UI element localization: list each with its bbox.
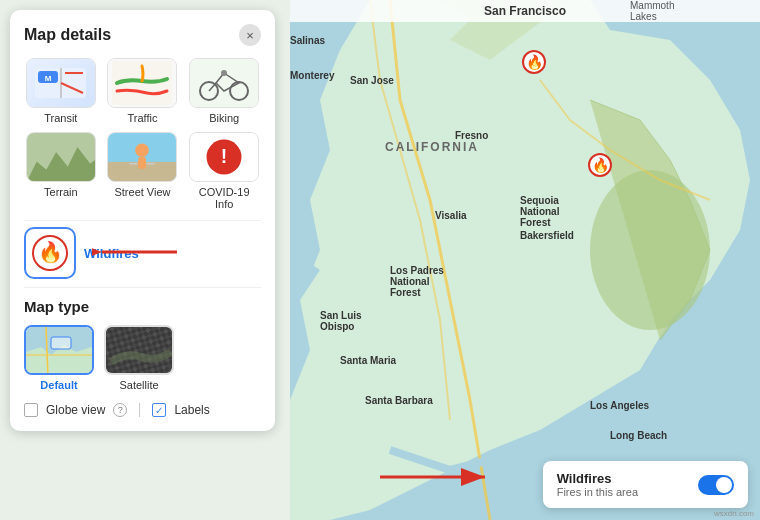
fire-marker-1: 🔥 bbox=[522, 50, 546, 79]
popup-subtitle: Fires in this area bbox=[557, 486, 638, 498]
svg-point-24 bbox=[136, 143, 150, 157]
help-icon[interactable]: ? bbox=[113, 403, 127, 417]
detail-item-streetview[interactable]: Street View bbox=[106, 132, 180, 210]
forest-label: SequoiaNationalForest bbox=[520, 195, 559, 228]
watermark: wsxdn.com bbox=[714, 509, 754, 518]
labels-label: Labels bbox=[174, 403, 209, 417]
city-mammoth: MammothLakes bbox=[630, 0, 674, 22]
traffic-label: Traffic bbox=[128, 112, 158, 124]
covid-icon: ! bbox=[189, 132, 259, 182]
city-salinas: Salinas bbox=[290, 35, 325, 46]
svg-point-1 bbox=[590, 170, 710, 330]
detail-item-covid[interactable]: ! COVID-19Info bbox=[187, 132, 261, 210]
map-type-title: Map type bbox=[24, 298, 261, 315]
svg-text:M: M bbox=[45, 74, 52, 83]
city-los-angeles: Los Angeles bbox=[590, 400, 649, 411]
svg-text:🔥: 🔥 bbox=[526, 54, 544, 71]
city-bakersfield: Bakersfield bbox=[520, 230, 574, 241]
toggle-knob bbox=[716, 477, 732, 493]
city-monterey: Monterey bbox=[290, 70, 334, 81]
satellite-map-icon bbox=[104, 325, 174, 375]
city-san-jose: San Jose bbox=[350, 75, 394, 86]
detail-item-transit[interactable]: M Transit bbox=[24, 58, 98, 124]
top-city-label: San Francisco bbox=[290, 0, 760, 22]
fire-marker-2: 🔥 bbox=[588, 153, 612, 182]
svg-rect-25 bbox=[139, 157, 147, 169]
labels-checkbox[interactable]: ✓ bbox=[152, 403, 166, 417]
panel-title: Map details bbox=[24, 26, 111, 44]
city-santa-barbara: Santa Barbara bbox=[365, 395, 433, 406]
wildfire-popup: Wildfires Fires in this area bbox=[543, 461, 748, 508]
map-type-section: Map type Default bbox=[24, 298, 261, 417]
biking-label: Biking bbox=[209, 112, 239, 124]
state-label: CALIFORNIA bbox=[385, 140, 479, 154]
svg-point-20 bbox=[221, 70, 227, 76]
terrain-icon bbox=[26, 132, 96, 182]
wildfires-section[interactable]: 🔥 Wildfires bbox=[24, 220, 261, 288]
wildfire-toggle[interactable] bbox=[698, 475, 734, 495]
default-map-icon bbox=[24, 325, 94, 375]
city-san-luis: San LuisObispo bbox=[320, 310, 362, 332]
biking-icon bbox=[189, 58, 259, 108]
satellite-map-label: Satellite bbox=[119, 379, 158, 391]
map-container: San Francisco San Jose Fresno CALIFORNIA… bbox=[290, 0, 760, 520]
traffic-icon bbox=[107, 58, 177, 108]
globe-label: Globe view bbox=[46, 403, 105, 417]
transit-label: Transit bbox=[44, 112, 77, 124]
map-details-panel: Map details × M Transit bbox=[10, 10, 275, 431]
terrain-label: Terrain bbox=[44, 186, 78, 198]
map-type-satellite[interactable]: Satellite bbox=[104, 325, 174, 391]
streetview-label: Street View bbox=[114, 186, 170, 198]
city-visalia: Visalia bbox=[435, 210, 467, 221]
transit-icon: M bbox=[26, 58, 96, 108]
detail-item-biking[interactable]: Biking bbox=[187, 58, 261, 124]
city-long-beach: Long Beach bbox=[610, 430, 667, 441]
streetview-icon bbox=[107, 132, 177, 182]
details-grid: M Transit bbox=[24, 58, 261, 210]
panel-header: Map details × bbox=[24, 24, 261, 46]
svg-rect-38 bbox=[51, 337, 71, 349]
popup-title: Wildfires bbox=[557, 471, 638, 486]
globe-checkbox[interactable] bbox=[24, 403, 38, 417]
globe-row: Globe view ? ✓ Labels bbox=[24, 403, 261, 417]
svg-text:🔥: 🔥 bbox=[592, 157, 610, 174]
covid-label: COVID-19Info bbox=[199, 186, 250, 210]
map-red-arrow bbox=[375, 462, 495, 496]
wildfire-icon-box: 🔥 bbox=[24, 227, 76, 279]
map-type-default[interactable]: Default bbox=[24, 325, 94, 391]
svg-text:!: ! bbox=[221, 145, 227, 167]
close-button[interactable]: × bbox=[239, 24, 261, 46]
detail-item-terrain[interactable]: Terrain bbox=[24, 132, 98, 210]
svg-text:🔥: 🔥 bbox=[38, 240, 63, 264]
map-type-grid: Default bbox=[24, 325, 261, 391]
svg-rect-40 bbox=[106, 327, 174, 375]
panel-red-arrow bbox=[92, 240, 182, 268]
city-santa-maria: Santa Maria bbox=[340, 355, 396, 366]
default-map-label: Default bbox=[40, 379, 77, 391]
popup-text: Wildfires Fires in this area bbox=[557, 471, 638, 498]
detail-item-traffic[interactable]: Traffic bbox=[106, 58, 180, 124]
forest-los-padres: Los PadresNationalForest bbox=[390, 265, 444, 298]
divider bbox=[139, 403, 140, 417]
